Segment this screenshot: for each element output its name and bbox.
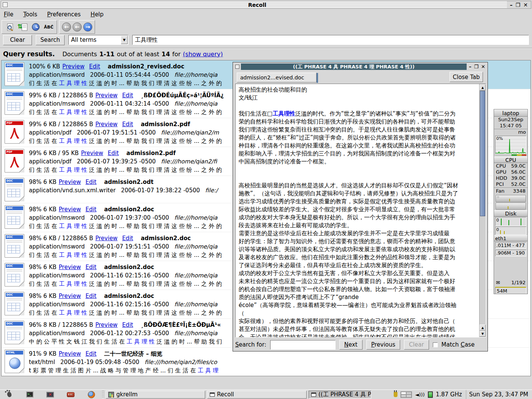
scrollbar-thumb[interactable] [480,91,485,216]
preview-link[interactable]: Preview [59,350,81,357]
edit-link[interactable]: Edit [86,350,97,357]
minimize-icon[interactable]: – [510,2,513,8]
edit-link[interactable]: Edit [122,92,133,99]
preview-text-area[interactable]: 高校招生的社会功能和目的 文/钱江 我们生活在□工具理性泛滥的时代。作为“世之显… [235,84,486,337]
scroll-up-icon[interactable]: ▲ [480,325,486,331]
find-clear-button[interactable]: Clear [404,340,429,350]
result-title: admission2.pdf [127,150,176,157]
snippet-highlight: 工 具 理 性 [59,138,87,144]
menu-help[interactable]: Help [90,11,103,18]
preview-window-icon[interactable] [235,65,239,69]
preview-tabrow: admission2...evised.doc Close Tab [234,72,487,83]
result-row[interactable]: HTML91% 9 KBPreviewEdit二十一世纪经济 – 细览text/… [2,348,530,376]
preview-search-button[interactable] [4,22,16,32]
next-page-button[interactable]: → [83,22,92,32]
first-page-button[interactable]: ← [62,22,71,32]
edit-link[interactable]: Edit [122,235,133,242]
preview-link[interactable]: Preview [95,92,117,99]
preview-link[interactable]: Preview [59,293,81,299]
memory-used: 54M [497,288,525,294]
cpu-panel-label[interactable]: CPU [494,157,527,163]
result-date: 2006-01-11 04:32:14 -0500 [90,100,169,107]
preview-link[interactable]: Preview [95,321,117,328]
gkrellm-hostname[interactable]: laptop [494,109,527,117]
preview-window[interactable]: ((工 PHRASE 4 具 PHRASE 4 理 PHRASE 4 性)) –… [233,62,488,352]
gkrellm-window[interactable]: laptop Sun23Sep 15:47 05 mo 0% CPU CPU59… [494,109,528,294]
maximize-icon[interactable]: ❐ [516,2,521,8]
preview-link[interactable]: Preview [59,264,81,271]
close-icon[interactable]: ✕ [481,64,485,69]
terminal-icon[interactable]: >_ [26,391,33,398]
preview-link[interactable]: Preview [62,63,84,70]
maximize-icon[interactable]: ❐ [474,64,478,69]
edit-link[interactable]: Edit [86,179,97,185]
minimize-icon[interactable]: – [469,64,472,69]
power-plug-icon[interactable] [394,392,397,397]
preview-link[interactable]: Preview [59,179,81,185]
eth1-panel-label[interactable]: eth1 [494,235,527,241]
term-explorer-button[interactable]: ÅBĈ [43,22,54,32]
result-line1: 91% 9 KBPreviewEdit二十一世纪经济 – 细览 [29,350,222,358]
sort-button[interactable]: ⇅ [17,22,28,32]
preview-tab[interactable]: admission2...evised.doc [237,73,317,82]
chevron-down-icon[interactable]: ▼ [121,36,128,44]
preview-link[interactable]: Preview [59,206,81,213]
close-icon[interactable]: ✕ [523,2,528,8]
taskbar-task-1[interactable]: gkrellm [106,391,205,399]
snippet-text: 泛 滥 的 时 ... 帮 助 我 们 理 清 这 些 纷 ... 之 外 的 [87,309,222,316]
close-tab-button[interactable]: Close Tab [450,72,483,82]
scroll-down-icon[interactable]: ▼ [480,331,486,337]
menu-preferences[interactable]: Preferences [47,11,81,18]
show-query-link[interactable]: (show query) [183,51,223,58]
query-input[interactable] [132,35,529,45]
edit-link[interactable]: Edit [108,150,119,157]
scroll-up-icon[interactable]: ▲ [480,84,486,90]
taskbar-clock[interactable]: Sun Sep 23, 3:47 PM [466,390,532,399]
edit-link[interactable]: Edit [86,293,97,299]
taskbar-task-2[interactable]: Recoll [207,391,307,399]
slider-panel-1[interactable] [496,195,526,202]
firefox-icon[interactable] [87,391,95,398]
clear-button[interactable]: Clear [3,35,32,45]
preview-link[interactable]: Preview [95,121,117,128]
edit-link[interactable]: Edit [122,121,133,128]
taskbar-task-3[interactable]: ((工 PHRASE 4 具 PHRASE ... [309,391,371,399]
edit-link[interactable]: Edit [86,264,97,271]
disk-panel-label[interactable]: Disk [494,210,527,217]
workspace-pager[interactable] [401,391,412,398]
match-case-checkbox[interactable] [433,342,438,347]
menu-file[interactable]: File [4,11,13,18]
search-button[interactable]: Search [36,35,65,45]
recoll-titlebar[interactable]: Recoll – ❐ ✕ [1,1,531,9]
result-date: 2006-01-07 19:37:00 -0500 [90,214,169,221]
match-case-label: Match Case [442,341,475,348]
volume-icon[interactable]: ◄))) [415,392,424,397]
gnome-foot-icon[interactable] [5,391,13,398]
result-date: 2006-01-19 05:09:48 -0500 [60,359,139,366]
search-mode-combobox[interactable]: All terms ▼ [68,35,128,45]
slider-panel-2[interactable] [496,203,526,210]
typewriter-icon[interactable] [67,391,74,398]
cpu-frequency-icon[interactable] [428,391,433,398]
disk-chart-2: 0 [495,226,526,235]
edit-link[interactable]: Edit [122,321,133,328]
taskbar-handle[interactable] [102,391,104,398]
temperature-row: PCI52.0C [494,181,527,187]
edit-link[interactable]: Edit [86,206,97,213]
temp-name: PCI [496,181,504,187]
preview-text: 泛滥的时代。作为“世之显学”的诸种以“事实”与“价值”的二分为 荣的自然科学和社… [239,110,458,337]
display-lock-icon[interactable]: ✕ [46,391,54,398]
preview-link[interactable]: Preview [81,150,103,157]
find-next-button[interactable]: Next [339,340,363,350]
recoll-window-icon[interactable] [3,2,8,7]
menu-tools[interactable]: Tools [23,11,37,18]
preview-scrollbar[interactable]: ▲ ▲ ▼ [479,84,486,337]
history-button[interactable] [30,22,41,32]
preview-link[interactable]: Preview [95,235,117,242]
preview-titlebar[interactable]: ((工 PHRASE 4 具 PHRASE 4 理 PHRASE 4 性)) –… [234,63,488,70]
previous-page-button[interactable]: ← [73,22,82,32]
edit-link[interactable]: Edit [89,63,100,70]
find-previous-button[interactable]: Previous [366,340,401,350]
result-url: file:///home/qia [174,330,218,337]
find-input[interactable] [270,340,336,350]
